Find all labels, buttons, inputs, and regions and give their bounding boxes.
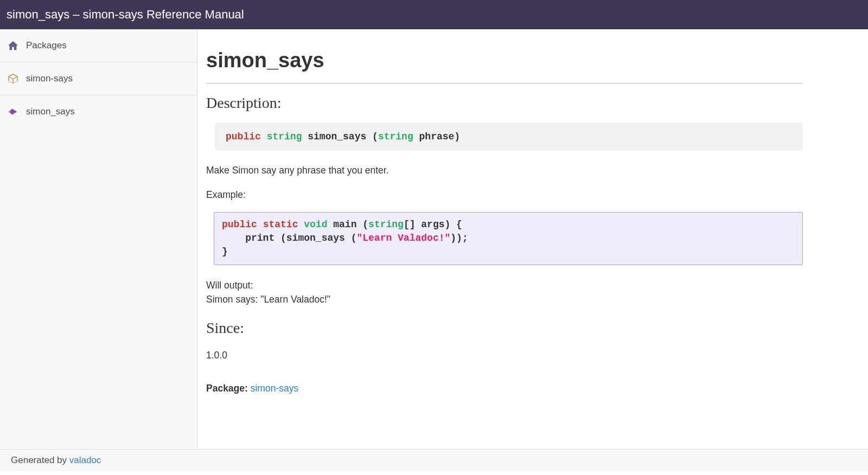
package-line: Package: simon-says — [206, 383, 803, 394]
signature-param-type: string — [378, 131, 413, 142]
output-block: Will output: Simon says: "Learn Valadoc!… — [206, 278, 803, 307]
footer-valadoc-link[interactable]: valadoc — [69, 455, 101, 465]
code-main: main ( — [327, 219, 368, 230]
content-area: simon_says Description: public string si… — [197, 29, 868, 449]
signature-name: simon_says — [308, 131, 366, 142]
sidebar-item-simon-says-method[interactable]: simon_says — [0, 95, 197, 128]
signature-paren-open: ( — [372, 131, 378, 142]
code-kw-static: static — [263, 219, 298, 230]
code-string-literal: "Learn Valadoc!" — [356, 233, 450, 243]
package-link[interactable]: simon-says — [251, 383, 299, 394]
example-label: Example: — [206, 188, 803, 202]
method-icon — [7, 105, 20, 118]
sidebar-item-simon-says-pkg[interactable]: simon-says — [0, 62, 197, 95]
signature-block: public string simon_says (string phrase) — [215, 123, 803, 151]
package-icon — [7, 72, 20, 85]
page-header: simon_says – simon-says Reference Manual — [0, 0, 868, 29]
code-rest1: [] args) { — [404, 219, 462, 230]
code-kw-void: void — [304, 219, 327, 230]
sidebar-item-label: Packages — [26, 40, 67, 51]
main-container: Packages simon-says simon_says simon_say… — [0, 29, 868, 449]
code-kw-public: public — [222, 219, 257, 230]
description-heading: Description: — [206, 94, 803, 112]
sidebar: Packages simon-says simon_says — [0, 29, 197, 449]
since-value: 1.0.0 — [206, 350, 803, 361]
code-line3: } — [222, 246, 228, 257]
output-value: Simon says: "Learn Valadoc!" — [206, 292, 803, 306]
code-line2-start: print (simon_says ( — [222, 233, 356, 243]
code-line2-end: )); — [450, 233, 468, 243]
output-label: Will output: — [206, 278, 803, 292]
sidebar-item-packages[interactable]: Packages — [0, 29, 197, 62]
signature-return-type: string — [267, 131, 302, 142]
footer-generated-by: Generated by — [11, 455, 69, 465]
code-kw-string: string — [368, 219, 404, 230]
sidebar-item-label: simon_says — [26, 106, 75, 117]
header-title: simon_says – simon-says Reference Manual — [7, 8, 244, 21]
signature-access: public — [226, 131, 261, 142]
home-icon — [7, 39, 20, 52]
footer: Generated by valadoc — [0, 449, 868, 471]
since-heading: Since: — [206, 319, 803, 337]
sidebar-item-label: simon-says — [26, 73, 73, 84]
page-title: simon_says — [206, 49, 803, 84]
code-example-block: public static void main (string[] args) … — [214, 212, 803, 265]
package-label: Package: — [206, 383, 248, 394]
description-text: Make Simon say any phrase that you enter… — [206, 164, 803, 177]
signature-param-name: phrase — [419, 131, 455, 142]
signature-paren-close: ) — [454, 131, 460, 142]
